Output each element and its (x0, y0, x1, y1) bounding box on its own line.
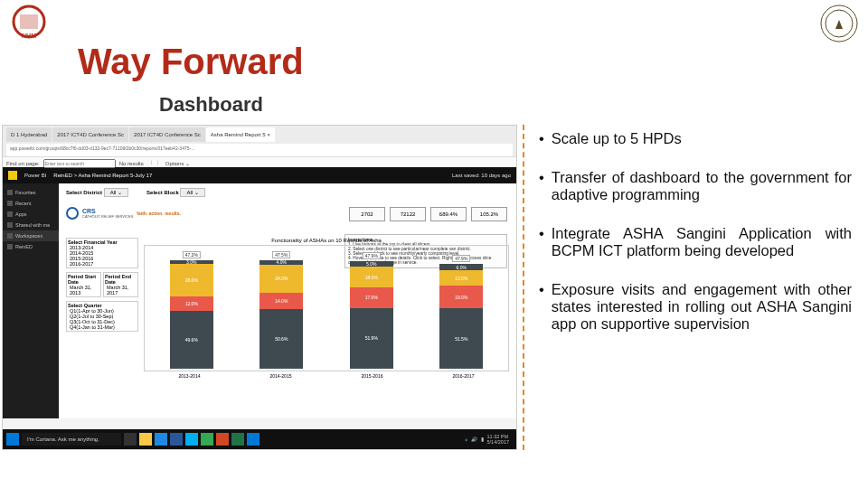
browser-chrome: D 1 Hyderabad 2017 ICT4D Conference Sc 2… (3, 126, 516, 167)
apps-icon (7, 211, 13, 217)
page-subtitle: Dashboard (159, 93, 263, 117)
store-icon[interactable] (155, 433, 167, 446)
folder-icon (7, 244, 13, 249)
bar-segment: 14.0% (259, 293, 303, 309)
bullet-list: Scale up to 5 HPDs Transfer of dashboard… (539, 130, 852, 354)
chart-xaxis: 2013-20142014-20152015-20162016-2017 (144, 373, 509, 379)
powerbi-sidebar: Favorites Recent Apps Shared with me Wor… (3, 183, 59, 418)
xaxis-label: 2016-2017 (453, 373, 475, 379)
block-label: Select Block (146, 190, 179, 195)
vertical-divider (523, 125, 524, 450)
powerbi-brand: Power BI (24, 173, 46, 178)
browser-tab[interactable]: 2017 ICT4D Conference Sc (52, 127, 128, 142)
bullet-item: Exposure visits and engagement with othe… (539, 281, 852, 333)
page-title: Way Forward (78, 42, 304, 82)
start-button-icon[interactable] (6, 433, 19, 446)
bar-badge: 47.5% (272, 251, 290, 258)
chart-bar: 47.9%51.5%19.0%13.0%6.0% (439, 264, 483, 369)
excel-icon[interactable] (231, 433, 244, 446)
fy-filter[interactable]: Select Financial Year 2013-2014 2014-201… (66, 238, 138, 268)
skype-icon[interactable] (185, 433, 198, 446)
chevron-left-icon[interactable]: 〈 (147, 159, 153, 167)
filter-panel: Select Financial Year 2013-2014 2014-201… (66, 238, 138, 379)
sidebar-item-apps[interactable]: Apps (3, 209, 59, 220)
battery-icon: ▮ (481, 436, 484, 442)
breadcrumb: ReinED > Asha Remind Report 5-July 17 (53, 173, 152, 178)
word-icon[interactable] (170, 433, 183, 446)
edge-icon[interactable] (247, 433, 259, 446)
sidebar-item-workspaces[interactable]: Workspaces (3, 230, 59, 241)
metric-card: 105.2% (471, 207, 507, 221)
dashboard-screenshot: D 1 Hyderabad 2017 ICT4D Conference Sc 2… (2, 125, 517, 450)
grid-icon (7, 233, 13, 239)
district-label: Select District (66, 190, 102, 195)
browser-tab[interactable]: D 1 Hyderabad (6, 127, 52, 142)
metric-card: 2702 (349, 207, 385, 221)
clock-icon (7, 201, 13, 206)
bullet-item: Transfer of dashboard to the government … (539, 169, 852, 203)
report-canvas: Select District All ⌄ Select Block All ⌄… (59, 183, 516, 418)
explorer-icon[interactable] (139, 433, 152, 446)
find-options[interactable]: Options ⌄ (165, 160, 190, 166)
volume-icon: 🔊 (471, 436, 477, 442)
nhm-logo: NHM (9, 4, 49, 43)
xaxis-label: 2015-2016 (362, 373, 383, 379)
org-branding: CRS CATHOLIC RELIEF SERVICES faith. acti… (66, 207, 181, 220)
close-icon[interactable]: × (268, 132, 271, 137)
bar-segment: 51.9% (350, 308, 393, 369)
chart-bar: 47.5%50.6%14.0%24.0%4.0% (259, 260, 303, 369)
chart-container: Functionality of ASHAs on 10 Rounds of A… (144, 238, 509, 379)
bar-badge: 47.9% (452, 255, 470, 262)
xaxis-label: 2014-2015 (270, 373, 292, 379)
chevron-right-icon[interactable]: 〉 (156, 159, 162, 167)
powerbi-logo-icon (8, 171, 17, 180)
sidebar-item-recent[interactable]: Recent (3, 198, 59, 209)
sidebar-item-shared[interactable]: Shared with me (3, 220, 59, 230)
sidebar-item-workspace[interactable]: ReinED (3, 241, 59, 252)
bar-segment: 50.6% (259, 309, 303, 369)
find-input[interactable] (43, 159, 116, 168)
stacked-bar-chart: 47.2%49.6%12.0%28.0%3.0%47.5%50.6%14.0%2… (144, 245, 509, 371)
wifi-icon: ⏚ (465, 436, 467, 442)
bar-segment: 51.5% (439, 308, 483, 369)
powerpoint-icon[interactable] (216, 433, 229, 446)
share-icon (7, 222, 13, 228)
bar-segment: 13.0% (439, 270, 483, 286)
crs-logo-icon (66, 207, 79, 220)
address-bar[interactable]: app.powerbi.com/groups/68cc7f0-dd03-d132… (6, 144, 513, 156)
period-end[interactable]: Period End DateMarch 31, 2017 (103, 272, 138, 297)
powerbi-topbar: Power BI ReinED > Asha Remind Report 5-J… (3, 167, 516, 183)
org-name: CRS (82, 208, 133, 214)
find-noresults: No results (119, 161, 144, 166)
taskview-icon[interactable] (124, 433, 137, 446)
system-tray[interactable]: ⏚ 🔊 ▮ 11:32 PM5/14/2017 (465, 434, 513, 445)
block-dropdown[interactable]: All ⌄ (180, 188, 204, 197)
svg-rect-1 (20, 14, 38, 29)
quarter-filter[interactable]: Select Quarter Q1(1-Apr to 30-Jun) Q2(1-… (66, 301, 138, 332)
bar-segment: 12.0% (170, 296, 213, 311)
bullet-item: Scale up to 5 HPDs (539, 130, 852, 147)
chart-bar: 47.9%51.9%17.0%18.0%5.0% (350, 261, 393, 369)
chrome-icon[interactable] (201, 433, 213, 446)
bar-segment: 18.0% (350, 267, 393, 287)
svg-text:NHM: NHM (22, 33, 36, 39)
bar-segment: 24.0% (259, 265, 303, 293)
org-tagline: faith. action. results. (137, 211, 181, 216)
browser-tab[interactable]: 2017 ICT4D Conference Sc (129, 127, 205, 142)
district-dropdown[interactable]: All ⌄ (104, 188, 128, 197)
bar-segment: 49.6% (170, 311, 213, 369)
chart-bar: 47.2%49.6%12.0%28.0%3.0% (170, 260, 213, 369)
chart-title: Functionality of ASHAs on 10 Rounds of A… (144, 238, 509, 243)
bar-segment: 19.0% (439, 286, 483, 308)
last-saved: Last saved: 10 days ago (452, 173, 511, 178)
star-icon (7, 190, 13, 195)
bar-segment: 6.0% (439, 264, 483, 271)
period-start[interactable]: Period Start DateMarch 31, 2013 (66, 272, 101, 297)
gov-seal-logo (819, 4, 859, 43)
bar-segment: 17.0% (350, 287, 393, 307)
sidebar-item-favorites[interactable]: Favorites (3, 187, 59, 198)
find-label: Find on page: (6, 161, 40, 166)
bullet-item: Integrate ASHA Sangini Application with … (539, 225, 852, 259)
browser-tab[interactable]: Asha Remind Report 5 × (206, 127, 275, 142)
cortana-search[interactable]: I'm Cortana. Ask me anything. (22, 433, 121, 446)
